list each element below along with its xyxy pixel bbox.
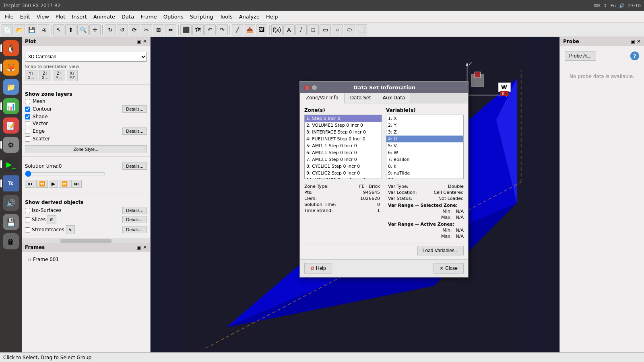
dock-settings[interactable]: ⚙ xyxy=(3,137,19,153)
close-btn[interactable]: ✕ Close xyxy=(433,263,464,274)
left-scrollbar[interactable] xyxy=(22,239,150,243)
plot-min-icon[interactable]: ▣ xyxy=(137,39,141,44)
var-list-item[interactable]: 8: k xyxy=(386,163,463,170)
tb-geom-line[interactable]: / xyxy=(295,24,307,35)
frames-min-icon[interactable]: ▣ xyxy=(137,245,141,250)
tb-reset[interactable]: ⟳ xyxy=(129,24,140,35)
streamtraces-check[interactable] xyxy=(25,227,30,232)
zone-list-item[interactable]: 6: AMI2.1 Step 0 Incr 0 xyxy=(305,149,382,156)
solution-time-slider[interactable] xyxy=(25,171,105,177)
dock-trash[interactable]: 🗑 xyxy=(3,233,19,249)
menu-data[interactable]: Data xyxy=(118,12,137,21)
frames-close-icon[interactable]: ✕ xyxy=(143,245,147,250)
tb-contour[interactable]: 🗺 xyxy=(192,24,204,35)
plot-close-icon[interactable]: ✕ xyxy=(143,39,147,44)
edge-details-btn[interactable]: Details... xyxy=(122,128,147,135)
tb-open[interactable]: 📂 xyxy=(14,24,25,35)
tb-save[interactable]: 💾 xyxy=(26,24,37,35)
zone-list-item[interactable]: 5: AMI1.1 Step 0 Incr 0 xyxy=(305,142,382,149)
layer-vector-check[interactable] xyxy=(25,121,30,126)
streamtraces-icon-btn[interactable]: ↯ xyxy=(66,225,75,234)
menu-animate[interactable]: Animate xyxy=(90,12,118,21)
zones-list[interactable]: 1: Step 0 Incr 02: VOLUME1 Step 0 Incr 0… xyxy=(304,115,382,179)
tb-rect[interactable]: □ xyxy=(308,24,319,35)
layer-edge-check[interactable] xyxy=(25,129,30,134)
menu-frame[interactable]: Frame xyxy=(137,12,160,21)
layer-mesh-check[interactable] xyxy=(25,99,30,104)
tb-zoom[interactable]: 🔍 xyxy=(77,24,89,35)
dock-notes[interactable]: 📝 xyxy=(3,117,19,134)
iso-surfaces-check[interactable] xyxy=(25,208,30,213)
contour-details-btn[interactable]: Details... xyxy=(122,105,147,113)
tb-line[interactable]: ╱ xyxy=(232,24,243,35)
iso-details-btn[interactable]: Details... xyxy=(122,207,147,214)
tb-cut[interactable]: ✂ xyxy=(141,24,152,35)
tb-select-arrow[interactable]: ↖ xyxy=(53,24,64,35)
var-list-item[interactable]: 5: V xyxy=(386,142,463,149)
tb-formula[interactable]: f(x) xyxy=(271,24,283,35)
dock-tecplot[interactable]: Tc xyxy=(3,175,19,191)
tb-undo[interactable]: ↶ xyxy=(204,24,216,35)
tb-print[interactable]: 🖨 xyxy=(38,24,49,35)
tb-mirror[interactable]: ⇔ xyxy=(165,24,176,35)
frame-001-item[interactable]: ▫ Frame 001 xyxy=(25,255,147,263)
help-btn[interactable]: ✿ Help xyxy=(304,263,332,274)
dialog-close-btn[interactable] xyxy=(304,85,310,90)
menu-analyze[interactable]: Analyze xyxy=(236,12,263,21)
var-list-item[interactable]: 9: nuTilda xyxy=(386,170,463,177)
layer-shade-check[interactable] xyxy=(25,114,30,119)
menu-tools[interactable]: Tools xyxy=(217,12,236,21)
dock-firefox[interactable]: 🦊 xyxy=(3,60,19,76)
tb-ellipse[interactable]: ⬭ xyxy=(344,24,355,35)
variables-list[interactable]: 1: X2: Y3: Z4: U5: V6: W7: epsilon8: k9:… xyxy=(386,115,464,179)
snap-zy[interactable]: Z↑Y→ xyxy=(53,70,65,81)
zone-list-item[interactable]: 1: Step 0 Incr 0 xyxy=(305,115,382,122)
zone-list-item[interactable]: 3: INTERFACE Step 0 Incr 0 xyxy=(305,129,382,136)
layer-contour-check[interactable] xyxy=(25,107,30,112)
dock-spreadsheet[interactable]: 📊 xyxy=(3,98,19,114)
tb-image[interactable]: ⬜ xyxy=(356,24,367,35)
zone-list-item[interactable]: 9: CYCLIC2 Step 0 Incr 0 xyxy=(305,170,382,177)
menu-scripting[interactable]: Scripting xyxy=(187,12,217,21)
slices-details-btn[interactable]: Details... xyxy=(122,216,147,223)
play-first[interactable]: ⏮ xyxy=(25,180,35,188)
menu-file[interactable]: File xyxy=(2,12,17,21)
play-last[interactable]: ⏭ xyxy=(71,180,82,188)
zone-list-item[interactable]: 10: VOLUME2 Step 0 Incr 0 xyxy=(305,177,382,179)
dialog-minimize-btn[interactable] xyxy=(312,85,317,90)
zone-style-btn[interactable]: Zone Style... xyxy=(25,145,147,153)
var-list-item[interactable]: 2: Y xyxy=(386,122,463,129)
probe-at-btn[interactable]: Probe At... xyxy=(565,51,596,61)
tb-insert-img[interactable]: 🖼 xyxy=(256,24,267,35)
zone-list-item[interactable]: 4: FUELINLET Step 0 Incr 0 xyxy=(305,136,382,142)
streamtraces-details-btn[interactable]: Details... xyxy=(122,226,147,233)
tb-spin[interactable]: ↺ xyxy=(117,24,128,35)
probe-help-btn[interactable]: ? xyxy=(630,51,639,60)
play-play[interactable]: ▶ xyxy=(49,180,58,188)
menu-insert[interactable]: Insert xyxy=(68,12,90,21)
solution-details-btn[interactable]: Details... xyxy=(122,162,147,170)
var-list-item[interactable]: 4: U xyxy=(386,136,463,142)
dock-terminal[interactable]: ▶_ xyxy=(3,156,19,172)
dock-files[interactable]: 📁 xyxy=(3,79,19,95)
menu-view[interactable]: View xyxy=(33,12,52,21)
snap-xyz[interactable]: X↑YZ xyxy=(67,70,78,81)
var-list-item[interactable]: 10: nut xyxy=(386,177,463,179)
tab-zone-var-info[interactable]: Zone/Var Info xyxy=(300,93,345,103)
tb-text[interactable]: A xyxy=(283,24,295,35)
slices-check[interactable] xyxy=(25,217,30,222)
play-prev[interactable]: ⏪ xyxy=(36,180,48,188)
menu-edit[interactable]: Edit xyxy=(17,12,33,21)
slices-icon-btn[interactable]: ⊞ xyxy=(47,215,56,224)
dock-ubuntu[interactable]: 🐧 xyxy=(3,40,19,56)
tab-data-set[interactable]: Data Set xyxy=(345,93,377,103)
var-list-item[interactable]: 1: X xyxy=(386,115,463,122)
tb-rotate[interactable]: ↻ xyxy=(105,24,116,35)
play-next[interactable]: ⏩ xyxy=(59,180,70,188)
tb-crop[interactable]: ⊠ xyxy=(153,24,164,35)
snap-yx[interactable]: Y↑X→ xyxy=(25,70,37,81)
var-list-item[interactable]: 6: W xyxy=(386,149,463,156)
snap-zx[interactable]: Z↑X→ xyxy=(39,70,52,81)
var-list-item[interactable]: 7: epsilon xyxy=(386,156,463,163)
tb-translate[interactable]: ✛ xyxy=(89,24,101,35)
